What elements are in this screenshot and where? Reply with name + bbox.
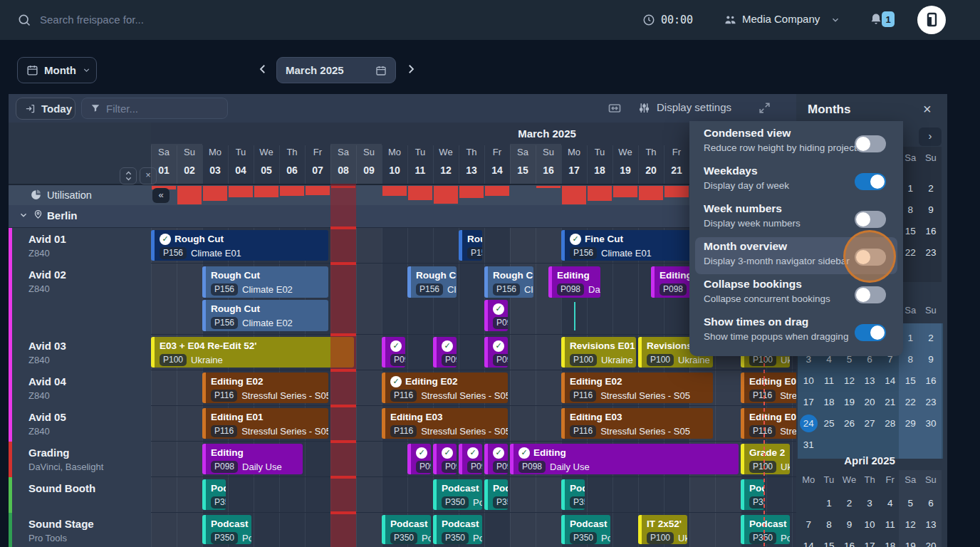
mini-day-cell[interactable]: 17 (860, 536, 880, 547)
mini-day-cell[interactable]: 20 (921, 536, 942, 547)
prev-period-icon[interactable] (256, 63, 269, 75)
booking-block[interactable]: ✓EditingP098Daily Use (484, 444, 508, 474)
mini-day-cell[interactable]: 12 (839, 370, 860, 392)
mini-day-cell[interactable]: 1 (900, 328, 921, 349)
booking-block[interactable]: EditingP098Daily Use (202, 444, 303, 474)
booking-block[interactable]: Rough CutP156Climate E02 (202, 266, 328, 298)
display-settings-button[interactable]: Display settings (657, 101, 731, 113)
chevron-down-icon[interactable] (19, 210, 28, 220)
fit-width-icon[interactable] (606, 101, 623, 115)
mini-day-cell[interactable]: 26 (839, 413, 860, 434)
booking-block[interactable]: Editing E02P116Stressful Series - S05 (202, 373, 328, 403)
toggle-switch[interactable] (855, 135, 886, 152)
mini-day-cell[interactable]: 19 (839, 392, 860, 413)
view-mode-button[interactable]: Month (17, 57, 97, 83)
booking-block[interactable]: ✓EditingP098Daily Use (484, 300, 508, 331)
expand-rows-button[interactable] (120, 167, 137, 184)
booking-block[interactable]: PodcastP350Podcast (561, 479, 585, 510)
mini-day-cell[interactable]: 9 (921, 349, 942, 370)
mini-day-cell[interactable]: 14 (798, 536, 819, 547)
clear-selection-button[interactable]: × (140, 167, 157, 184)
location-group-row[interactable] (9, 205, 796, 228)
toggle-switch[interactable] (855, 173, 886, 190)
fullscreen-icon[interactable] (758, 101, 771, 115)
mini-day-cell[interactable]: 22 (900, 242, 921, 264)
mini-day-cell[interactable]: 14 (880, 370, 900, 392)
booking-block[interactable]: PodcastP350Podcast (382, 515, 431, 544)
mini-day-cell[interactable]: 8 (900, 349, 921, 370)
mini-day-cell[interactable]: 23 (921, 242, 942, 264)
mini-day-cell[interactable]: 2 (921, 328, 942, 349)
global-search-input[interactable]: Search freispace for... (40, 14, 144, 26)
period-picker-button[interactable]: March 2025 (276, 57, 396, 83)
booking-block[interactable]: Revisions E01 52'P100Ukraine (561, 337, 636, 368)
booking-block[interactable]: Editing E03P116Stressful Series - S05 (382, 408, 508, 439)
booking-block[interactable]: PodcastP350Podcast (202, 479, 226, 510)
booking-block[interactable]: Editing E01P116Stressful Series - S05 (202, 408, 328, 439)
toggle-switch[interactable] (855, 211, 886, 228)
toggle-switch[interactable] (855, 286, 886, 303)
booking-block[interactable]: ✓EditingP098Daily Use (407, 444, 431, 474)
booking-block[interactable]: E03 + E04 Re-Edit 52'P100Ukraine (151, 337, 354, 368)
mini-day-cell[interactable]: 8 (900, 199, 921, 221)
search-icon[interactable] (17, 13, 31, 27)
toggle-switch[interactable] (855, 324, 886, 341)
mini-day-cell[interactable]: 6 (921, 493, 942, 514)
mini-day-cell[interactable]: 18 (880, 536, 900, 547)
mini-day-cell[interactable]: 13 (921, 514, 942, 536)
booking-block[interactable]: ✓Rough CutP156Climate E01 (151, 230, 328, 261)
mini-day-cell[interactable]: 24 (798, 413, 819, 434)
mini-day-cell[interactable]: 2 (839, 493, 860, 514)
settings-row[interactable]: Condensed viewReduce row height by hidin… (704, 127, 832, 161)
mini-day-cell[interactable]: 4 (880, 493, 900, 514)
mini-day-cell[interactable]: 13 (860, 370, 880, 392)
booking-block[interactable]: ✓EditingP098Daily Use (433, 337, 457, 368)
settings-row[interactable]: Week numbersDisplay week numbers (704, 202, 832, 236)
mini-day-cell[interactable]: 19 (900, 536, 921, 547)
mini-day-cell[interactable]: 27 (860, 413, 880, 434)
settings-row[interactable]: Month overviewDisplay 3-month navigator … (704, 240, 832, 274)
mini-day-cell[interactable]: 3 (860, 493, 880, 514)
notification-badge[interactable]: 1 (882, 11, 895, 27)
user-avatar[interactable] (917, 6, 946, 34)
booking-block[interactable]: ✓EditingP098Daily Use (382, 337, 405, 368)
mini-day-cell[interactable]: 15 (900, 221, 921, 242)
mini-day-cell[interactable]: 16 (921, 221, 942, 242)
next-period-icon[interactable] (405, 63, 417, 75)
booking-block[interactable]: IT 2x52'P100Ukraine (638, 515, 687, 544)
mini-day-cell[interactable]: 8 (819, 514, 840, 536)
mini-day-cell[interactable]: 1 (819, 493, 840, 514)
bell-icon[interactable] (869, 12, 883, 26)
mini-day-cell[interactable]: 25 (819, 413, 840, 434)
booking-block[interactable]: PodcastP350Podcast (484, 479, 508, 510)
mini-day-cell[interactable]: 23 (921, 392, 942, 413)
mini-day-cell[interactable]: 7 (798, 514, 819, 536)
booking-block[interactable]: PodcastP350Podcast (741, 479, 764, 510)
collapse-sidebar-button[interactable]: « (152, 188, 170, 203)
filter-input[interactable]: Filter... (81, 98, 228, 119)
mini-day-cell[interactable]: 20 (860, 392, 880, 413)
mini-day-cell[interactable]: 12 (900, 514, 921, 536)
mini-day-cell[interactable]: 29 (900, 413, 921, 434)
next-month-button[interactable]: › (919, 127, 942, 146)
booking-block[interactable]: PodcastP350Podcast (202, 515, 251, 544)
mini-day-cell[interactable]: 9 (921, 199, 942, 221)
mini-day-cell[interactable]: 9 (839, 514, 860, 536)
company-selector[interactable]: Media Company (742, 13, 820, 25)
mini-day-cell[interactable]: 18 (819, 392, 840, 413)
mini-day-cell[interactable]: 2 (921, 178, 942, 199)
booking-block[interactable]: PodcastP350Podcast (433, 479, 482, 510)
mini-day-cell[interactable]: 16 (839, 536, 860, 547)
mini-day-cell[interactable]: 11 (819, 370, 840, 392)
booking-block[interactable]: EditingP098Daily Use (548, 266, 600, 298)
mini-day-cell[interactable]: 5 (900, 493, 921, 514)
booking-block[interactable]: PodcastP350Podcast (433, 515, 482, 544)
mini-day-cell[interactable]: 28 (880, 413, 900, 434)
booking-block[interactable]: Rough CutP156Climate E01 (459, 230, 482, 261)
mini-day-cell[interactable]: 15 (819, 536, 840, 547)
booking-block[interactable]: ✓Editing E02P116Stressful Series - S05 (382, 373, 508, 403)
mini-day-cell[interactable]: 10 (860, 514, 880, 536)
mini-day-cell[interactable]: 15 (900, 370, 921, 392)
mini-day-cell[interactable]: 22 (900, 392, 921, 413)
booking-block[interactable]: Rough CutP156Climate E02 (484, 266, 533, 298)
